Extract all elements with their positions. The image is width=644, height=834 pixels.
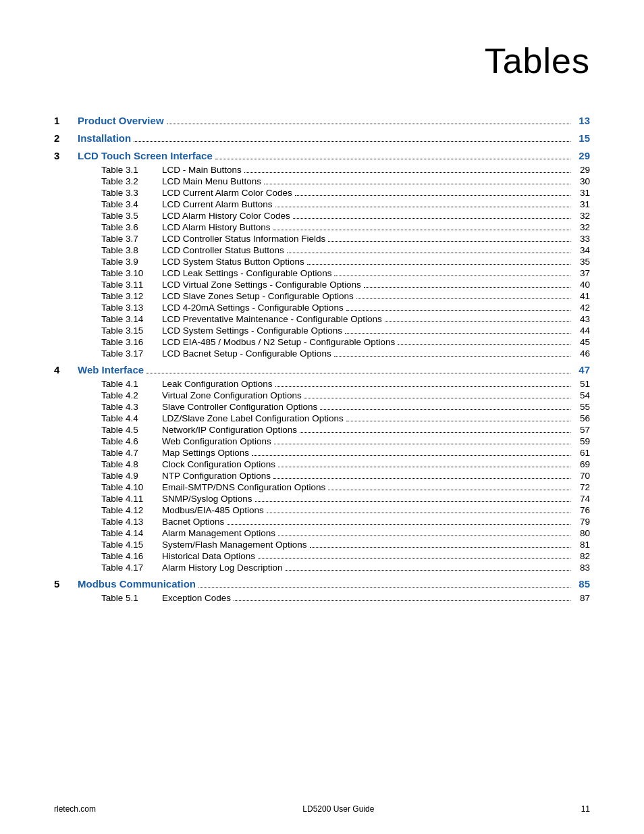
table-dots	[300, 432, 570, 433]
chapter-dots	[134, 141, 570, 142]
toc-chapter-2: 2Installation15	[54, 132, 590, 145]
table-dots	[255, 501, 570, 502]
table-row: Table 4.14Alarm Management Options80	[54, 528, 590, 538]
table-label: Table 3.16	[101, 337, 162, 347]
table-title: LCD Current Alarm Buttons	[162, 199, 273, 209]
table-title: LCD Virtual Zone Settings - Configurable…	[162, 280, 361, 290]
chapter-row-5: 5Modbus Communication85	[54, 578, 590, 590]
table-label: Table 3.6	[101, 222, 162, 232]
table-row: Table 3.13LCD 4-20mA Settings - Configur…	[54, 303, 590, 313]
table-title: Email-SMTP/DNS Configuration Options	[162, 482, 325, 492]
chapter-page: 13	[573, 115, 590, 126]
table-dots	[278, 467, 570, 467]
table-dots	[234, 600, 570, 601]
chapter-page: 15	[573, 132, 590, 144]
chapter-row-3: 3LCD Touch Screen Interface29	[54, 150, 590, 162]
table-row: Table 3.11LCD Virtual Zone Settings - Co…	[54, 280, 590, 290]
table-page: 79	[573, 517, 590, 527]
table-title: Alarm Management Options	[162, 528, 275, 538]
table-page: 31	[573, 188, 590, 198]
table-row: Table 4.15System/Flash Management Option…	[54, 540, 590, 550]
table-title: Exception Codes	[162, 593, 231, 603]
table-dots	[244, 172, 570, 173]
table-row: Table 4.17Alarm History Log Description8…	[54, 563, 590, 573]
table-label: Table 5.1	[101, 593, 162, 603]
table-dots	[287, 253, 570, 253]
table-title: Clock Configuration Options	[162, 459, 275, 469]
table-row: Table 3.16LCD EIA-485 / Modbus / N2 Setu…	[54, 337, 590, 347]
table-dots	[346, 421, 570, 421]
table-title: Virtual Zone Configuration Options	[162, 390, 302, 400]
table-dots	[346, 310, 570, 311]
table-page: 87	[573, 593, 590, 603]
table-title: LCD System Status Button Options	[162, 257, 304, 267]
table-row: Table 5.1Exception Codes87	[54, 593, 590, 603]
table-title: LDZ/Slave Zone Label Configuration Optio…	[162, 413, 344, 423]
table-row: Table 3.10LCD Leak Settings - Configurab…	[54, 268, 590, 278]
table-title: SNMP/Syslog Options	[162, 494, 252, 504]
table-dots	[328, 490, 570, 490]
table-page: 32	[573, 222, 590, 232]
table-page: 56	[573, 413, 590, 423]
table-label: Table 3.8	[101, 245, 162, 255]
table-page: 31	[573, 199, 590, 209]
chapter-dots	[215, 159, 570, 159]
chapter-page: 47	[573, 364, 590, 375]
table-page: 57	[573, 425, 590, 435]
table-page: 37	[573, 268, 590, 278]
table-dots	[267, 513, 570, 513]
chapter-num: 3	[54, 150, 78, 161]
table-row: Table 3.1LCD - Main Buttons29	[54, 165, 590, 175]
table-dots	[334, 276, 570, 276]
table-label: Table 4.9	[101, 471, 162, 481]
table-title: LCD Leak Settings - Configurable Options	[162, 268, 331, 278]
table-row: Table 4.13Bacnet Options79	[54, 517, 590, 527]
toc-chapter-1: 1Product Overview13	[54, 115, 590, 127]
table-page: 29	[573, 165, 590, 175]
chapter-title: Installation	[78, 132, 131, 144]
table-page: 40	[573, 280, 590, 290]
table-page: 72	[573, 482, 590, 492]
table-dots	[273, 478, 570, 479]
table-row: Table 3.2LCD Main Menu Buttons30	[54, 176, 590, 186]
table-page: 51	[573, 379, 590, 389]
chapter-row-4: 4Web Interface47	[54, 364, 590, 376]
table-dots	[398, 344, 570, 345]
chapter-dots	[167, 124, 570, 124]
table-title: LCD Preventative Maintenance - Configura…	[162, 314, 382, 324]
table-title: LCD Slave Zones Setup - Configurable Opt…	[162, 291, 354, 301]
table-dots	[310, 547, 570, 548]
table-label: Table 4.4	[101, 413, 162, 423]
table-dots	[252, 455, 570, 456]
table-page: 61	[573, 448, 590, 458]
table-page: 35	[573, 257, 590, 267]
table-label: Table 3.4	[101, 199, 162, 209]
chapter-title: LCD Touch Screen Interface	[78, 150, 213, 161]
table-label: Table 3.12	[101, 291, 162, 301]
table-row: Table 4.9NTP Configuration Options70	[54, 471, 590, 481]
table-row: Table 4.4LDZ/Slave Zone Label Configurat…	[54, 413, 590, 423]
table-label: Table 4.10	[101, 482, 162, 492]
chapter-title: Product Overview	[78, 115, 164, 126]
table-page: 83	[573, 563, 590, 573]
table-label: Table 3.15	[101, 325, 162, 336]
table-row: Table 3.9LCD System Status Button Option…	[54, 257, 590, 267]
table-dots	[227, 524, 570, 525]
table-page: 70	[573, 471, 590, 481]
table-row: Table 4.6Web Configuration Options59	[54, 436, 590, 446]
table-label: Table 4.8	[101, 459, 162, 469]
table-title: LCD - Main Buttons	[162, 165, 242, 175]
table-label: Table 3.17	[101, 348, 162, 359]
table-title: LCD Controller Status Information Fields	[162, 234, 325, 244]
chapter-num: 1	[54, 115, 78, 126]
toc-chapter-4: 4Web Interface47Table 4.1Leak Configurat…	[54, 364, 590, 573]
table-label: Table 4.14	[101, 528, 162, 538]
chapter-num: 5	[54, 578, 78, 590]
table-title: LCD Alarm History Buttons	[162, 222, 271, 232]
table-page: 80	[573, 528, 590, 538]
table-title: LCD Main Menu Buttons	[162, 176, 261, 186]
table-title: Network/IP Configuration Options	[162, 425, 297, 435]
table-row: Table 4.5Network/IP Configuration Option…	[54, 425, 590, 435]
table-page: 76	[573, 505, 590, 515]
chapter-title: Web Interface	[78, 364, 144, 375]
